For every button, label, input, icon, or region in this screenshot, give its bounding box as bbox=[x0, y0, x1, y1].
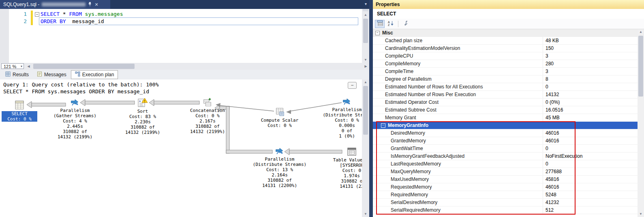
scroll-down-icon[interactable]: ▼ bbox=[362, 57, 369, 63]
plan-node-line: (Gather Streams) bbox=[47, 113, 103, 118]
property-row[interactable]: LastRequestedMemory0 bbox=[373, 160, 638, 168]
collapse-icon[interactable]: − bbox=[375, 31, 380, 35]
plan-node-compute-scalar[interactable]: Compute Scalar Cost: 0 % bbox=[251, 107, 308, 128]
scroll-down-icon[interactable]: ▼ bbox=[362, 211, 369, 217]
property-row[interactable]: SerialRequiredMemory512 bbox=[373, 206, 638, 214]
property-value: 3 bbox=[543, 68, 638, 75]
query-editor-pane: SQLQuery1.sql - ✕ ▾ 1 2 − SELECT * FROM … bbox=[0, 0, 369, 217]
document-tab-title: SQLQuery1.sql - bbox=[3, 2, 39, 7]
scroll-right-icon[interactable]: ▶ bbox=[362, 63, 369, 70]
zoom-select[interactable]: 121 % ▾ bbox=[1, 63, 24, 69]
tab-messages[interactable]: Messages bbox=[33, 71, 70, 79]
execution-plan-pane[interactable]: Query 1: Query cost (relative to the bat… bbox=[0, 79, 369, 217]
property-row[interactable]: SerialDesiredMemory41232 bbox=[373, 199, 638, 206]
property-name: CompileCPU bbox=[373, 52, 543, 60]
plan-node-sort[interactable]: AZ Sort Cost: 83 % 2.230s 310882 of 1413… bbox=[114, 97, 171, 135]
modified-lines-indicator bbox=[31, 11, 33, 25]
code-fold-icon[interactable]: − bbox=[35, 12, 39, 17]
plan-node-parallelism-gather[interactable]: Parallelism (Gather Streams) Cost: 4 % 2… bbox=[47, 98, 103, 140]
plan-node-line: 2.445s bbox=[47, 124, 103, 129]
sql-system-object: sys.messages bbox=[82, 11, 123, 17]
sql-editor[interactable]: 1 2 − SELECT * FROM sys.messages ORDER B… bbox=[0, 9, 369, 63]
breakpoint-margin[interactable] bbox=[0, 9, 9, 63]
categorized-button[interactable] bbox=[375, 20, 385, 28]
tab-results[interactable]: Results bbox=[2, 71, 32, 79]
property-value: 46016 bbox=[543, 183, 638, 191]
splitter-grip-icon[interactable] bbox=[363, 9, 368, 12]
scrollbar-thumb[interactable] bbox=[363, 86, 368, 135]
properties-panel: Properties SELECT AZ −Misc Cached plan s… bbox=[373, 0, 644, 217]
scrollbar-thumb[interactable] bbox=[33, 64, 135, 69]
plan-node-line: 14132 (2199%) bbox=[47, 134, 103, 140]
category-row-misc[interactable]: −Misc bbox=[373, 29, 638, 37]
code-line-2: ORDER BY message_id bbox=[41, 18, 104, 25]
property-value: 277688 bbox=[543, 168, 638, 175]
property-row[interactable]: DesiredMemory46016 bbox=[373, 129, 638, 137]
property-row[interactable]: CompileTime3 bbox=[373, 68, 638, 75]
properties-scrollbar[interactable]: ▲ ▼ bbox=[638, 29, 644, 217]
property-row[interactable]: CompileCPU3 bbox=[373, 52, 638, 60]
category-value bbox=[543, 29, 638, 37]
plan-node-line: 2.164s bbox=[248, 172, 311, 178]
code-line-1: SELECT * FROM sys.messages bbox=[41, 11, 123, 18]
property-row[interactable]: Estimated Number of Rows for All Executi… bbox=[373, 83, 638, 91]
property-value: NoFirstExecution bbox=[543, 153, 638, 160]
property-row[interactable]: RequiredMemory5248 bbox=[373, 191, 638, 199]
property-row[interactable]: MaxQueryMemory277688 bbox=[373, 168, 638, 176]
plan-node-line: Cost: 0 % bbox=[179, 113, 236, 118]
plan-node-line: Sort bbox=[114, 109, 171, 114]
editor-horizontal-scrollbar[interactable]: 121 % ▾ ◀ ▶ bbox=[0, 63, 369, 70]
scroll-up-icon[interactable]: ▲ bbox=[362, 12, 369, 18]
plan-vertical-scrollbar[interactable]: ▲ ▼ bbox=[362, 79, 369, 217]
line-number: 1 bbox=[9, 11, 27, 18]
execution-plan-icon bbox=[75, 71, 80, 78]
plan-node-line: Cost: 13 % bbox=[248, 167, 311, 172]
results-pane-tabs: Results Messages Execution plan bbox=[0, 70, 369, 79]
sql-keyword: FROM bbox=[69, 11, 81, 17]
chevron-down-icon[interactable]: ▾ bbox=[365, 2, 367, 6]
property-row[interactable]: GrantWaitTime0 bbox=[373, 145, 638, 153]
plan-node-concatenation[interactable]: Concatenation Cost: 0 % 2.167s 310882 of… bbox=[179, 97, 236, 134]
property-row[interactable]: CompileMemory280 bbox=[373, 60, 638, 68]
property-row[interactable]: RequestedMemory46016 bbox=[373, 183, 638, 191]
scroll-up-icon[interactable]: ▲ bbox=[638, 29, 644, 35]
property-row[interactable]: Cached plan size48 KB bbox=[373, 37, 638, 45]
properties-object-selector[interactable]: SELECT bbox=[373, 9, 644, 19]
scrollbar-thumb[interactable] bbox=[638, 36, 643, 97]
compute-scalar-icon bbox=[275, 107, 285, 117]
scroll-left-icon[interactable]: ◀ bbox=[25, 63, 32, 70]
tab-execution-plan[interactable]: Execution plan bbox=[71, 70, 118, 79]
properties-panel-header[interactable]: Properties bbox=[373, 0, 644, 9]
close-icon[interactable]: ✕ bbox=[94, 2, 98, 7]
plan-node-parallelism-distribute[interactable]: Parallelism (Distribute Streams) Cost: 1… bbox=[248, 147, 311, 188]
property-row[interactable]: IsMemoryGrantFeedbackAdjustedNoFirstExec… bbox=[373, 153, 638, 160]
property-row[interactable]: CardinalityEstimationModelVersion150 bbox=[373, 45, 638, 52]
alphabetical-sort-button[interactable]: AZ bbox=[386, 20, 396, 28]
scrollbar-thumb[interactable] bbox=[363, 19, 368, 43]
sql-keyword: ORDER BY bbox=[41, 18, 66, 24]
property-row[interactable]: Estimated Subtree Cost16.0516 bbox=[373, 106, 638, 114]
category-label: Misc bbox=[382, 29, 393, 37]
property-group-row-memorygrantinfo[interactable]: −MemoryGrantInfo bbox=[373, 122, 638, 129]
property-pages-button[interactable] bbox=[401, 20, 411, 28]
property-row[interactable]: Memory Grant45 MB bbox=[373, 114, 638, 122]
plan-node-line: 310882 of bbox=[248, 178, 311, 183]
document-tab[interactable]: SQLQuery1.sql - ✕ bbox=[0, 0, 110, 9]
collapse-icon[interactable]: − bbox=[381, 123, 385, 128]
plan-node-select[interactable]: SELECT Cost: 0 % bbox=[2, 100, 37, 122]
chevron-down-icon: ▾ bbox=[21, 64, 22, 69]
editor-vertical-scrollbar[interactable]: ▲ ▼ bbox=[362, 9, 369, 63]
plan-node-line: 2.167s bbox=[179, 118, 236, 124]
scroll-down-icon[interactable]: ▼ bbox=[638, 211, 644, 217]
property-name: GrantWaitTime bbox=[373, 145, 543, 152]
property-value: 280 bbox=[543, 60, 638, 67]
property-row[interactable]: MaxUsedMemory45816 bbox=[373, 176, 638, 183]
properties-grid: −Misc Cached plan size48 KB CardinalityE… bbox=[373, 29, 638, 217]
property-row[interactable]: Degree of Parallelism8 bbox=[373, 75, 638, 83]
property-row[interactable]: Estimated Number of Rows Per Execution14… bbox=[373, 91, 638, 99]
sort-icon-with-warning: AZ bbox=[137, 97, 148, 108]
property-row[interactable]: Estimated Operator Cost0 (0%) bbox=[373, 99, 638, 106]
property-row[interactable]: GrantedMemory46016 bbox=[373, 137, 638, 145]
pin-icon[interactable] bbox=[88, 2, 92, 7]
scroll-up-icon[interactable]: ▲ bbox=[362, 79, 369, 85]
